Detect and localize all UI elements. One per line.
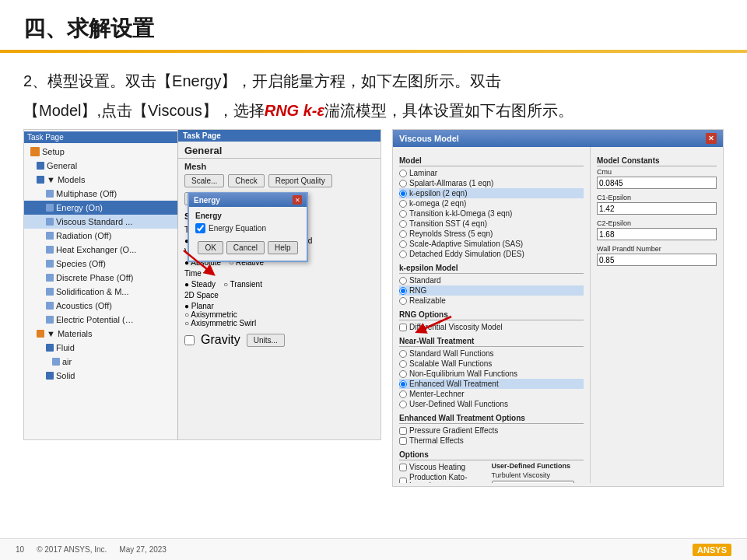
mesh-label: Mesh [178,159,381,173]
kepsilon-rng: RNG [399,285,584,296]
gravity-checkbox[interactable] [184,335,195,345]
acoustics-icon [46,302,54,310]
report-quality-button[interactable]: Report Quality [268,174,332,187]
tree-item-electric[interactable]: Electric Potential (… [24,313,177,327]
tree-item-species[interactable]: Species (Off) [24,257,177,271]
tree-item-heat-exchanger[interactable]: Heat Exchanger (O... [24,243,177,257]
model-transition-kkl: Transition k-kl-Omega (3 eqn) [399,208,584,219]
tree-item-discrete[interactable]: Discrete Phase (Off) [24,271,177,285]
tree-header: Task Page [24,131,177,143]
enhanced-thermal: Thermal Effects [399,436,584,446]
enhanced-pressure: Pressure Gradient Effects [399,425,584,436]
model-reynolds: Reynolds Stress (5 eqn) [399,229,584,239]
multiphase-icon [46,190,54,198]
tree-item-fluid[interactable]: Fluid [24,341,177,355]
energy-help-button[interactable]: Help [268,241,298,254]
viscous-icon [46,218,54,226]
scale-button[interactable]: Scale... [184,174,224,187]
tree-item-solidification[interactable]: Solidification & M... [24,285,177,299]
general-panel-title: General [178,142,381,159]
page-number: 10 [16,545,24,554]
copyright-text: © 2017 ANSYS, Inc. [37,545,107,554]
instruction-line2: 【Model】,点击【Viscous】，选择RNG k-ε湍流模型，具体设置如下… [23,98,724,123]
svg-line-1 [184,250,211,272]
udf-turb-select[interactable]: none [492,481,575,483]
energy-cancel-button[interactable]: Cancel [226,241,265,254]
fluid-icon [46,344,54,352]
options-left: Viscous Heating Production Kato-Launder … [399,462,492,483]
const-c2epsilon-input[interactable] [597,228,717,240]
species-icon [46,260,54,268]
nw-standard: Standard Wall Functions [399,348,584,359]
kepsilon-realizable: Realizable [399,296,584,306]
check-button[interactable]: Check [228,174,264,187]
tree-item-radiation[interactable]: Radiation (Off) [24,229,177,243]
model-section-header: Model [399,156,584,166]
2d-options: ● Planar ○ Axisymmetric ○ Axisymmetric S… [178,301,381,328]
heat-exchanger-icon [46,246,54,254]
screenshots-row: Task Page Setup General ▼ Models Multiph… [23,129,724,487]
const-cmu-input[interactable] [597,177,717,189]
energy-equation-row: Energy Equation [195,223,300,233]
ansys-logo: ANSYS [693,544,731,556]
options-row: Viscous Heating Production Kato-Launder … [399,462,584,483]
tree-item-viscous[interactable]: Viscous Standard ... [24,215,177,229]
header-divider [0,50,747,53]
main-content: 2、模型设置。双击【Energy】，开启能量方程，如下左图所示。双击 【Mode… [0,61,747,487]
nw-menter: Menter-Lechner [399,389,584,399]
right-screenshot: Viscous Model ✕ Model Laminar Spalart-Al… [392,129,724,487]
instruction-line1: 2、模型设置。双击【Energy】，开启能量方程，如下左图所示。双击 [23,68,724,93]
discrete-icon [46,274,54,282]
viscous-title-bar: Viscous Model ✕ [393,130,723,147]
footer-left: 10 © 2017 ANSYS, Inc. May 27, 2023 [16,545,167,554]
setup-icon [30,147,40,156]
kepsilon-section-header: k-epsilon Model [399,264,584,274]
constants-section-header: Model Constants [597,156,717,166]
radiation-icon [46,232,54,240]
tree-item-setup[interactable]: Setup [24,145,177,159]
models-icon [37,176,44,184]
tree-item-solid[interactable]: Solid [24,369,177,383]
energy-equation-checkbox[interactable] [195,223,205,233]
const-c1epsilon-input[interactable] [597,202,717,215]
udf-turb-label: Turbulent Viscosity [492,471,584,479]
page-footer: 10 © 2017 ANSYS, Inc. May 27, 2023 ANSYS [0,538,747,560]
general-icon [37,162,44,170]
gravity-row: Gravity Units... [178,328,381,352]
const-cmu: Cmu [597,168,717,189]
svg-line-3 [420,317,451,331]
model-des: Detached Eddy Simulation (DES) [399,249,584,259]
energy-dialog-close[interactable]: ✕ [293,195,302,205]
model-transition-sst: Transition SST (4 eqn) [399,219,584,229]
udf-label: User-Defined Functions [492,462,584,470]
tree-item-multiphase[interactable]: Multiphase (Off) [24,187,177,201]
solid-icon [46,372,54,380]
tree-item-energy[interactable]: Energy (On) [24,201,177,215]
viscous-dialog-close[interactable]: ✕ [706,133,717,144]
page-title: 四、求解设置 [23,14,724,44]
viscous-dialog: Viscous Model ✕ Model Laminar Spalart-Al… [393,130,723,486]
opt-viscous-heating: Viscous Heating [399,462,492,472]
tree-item-acoustics[interactable]: Acoustics (Off) [24,299,177,313]
units-button[interactable]: Units... [247,334,285,347]
tree-item-models[interactable]: ▼ Models [24,173,177,187]
viscous-dialog-title: Viscous Model [399,134,459,143]
options-section-header: Options [399,450,584,460]
const-wall-prandtl-input[interactable] [597,254,717,266]
electric-icon [46,316,54,324]
nw-userdefined: User-Defined Wall Functions [399,399,584,409]
udf-area: User-Defined Functions Turbulent Viscosi… [492,462,584,483]
energy-dialog-title: Energy [194,196,220,205]
air-icon [52,358,60,366]
model-laminar: Laminar [399,168,584,178]
general-panel: Task Page General Mesh Scale... Check Re… [178,130,381,439]
page-header: 四、求解设置 [0,0,747,50]
const-c2epsilon: C2-Epsilon [597,219,717,240]
tree-item-general[interactable]: General [24,159,177,173]
tree-item-materials[interactable]: ▼ Materials [24,327,177,341]
opt-kato-launder: Production Kato-Launder [399,472,492,483]
materials-icon [37,330,44,338]
tree-item-air[interactable]: air [24,355,177,369]
energy-arrow [176,243,223,282]
model-kepsilon: k-epsilon (2 eqn) [399,188,584,198]
